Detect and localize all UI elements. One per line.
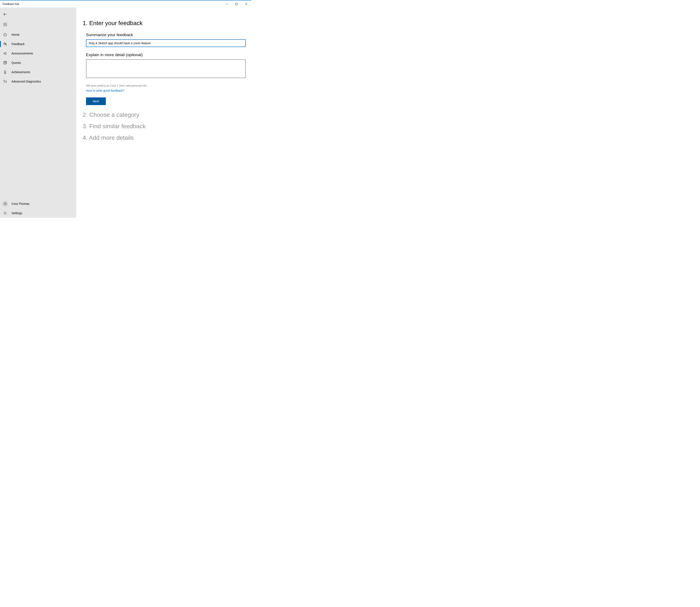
back-button[interactable] <box>0 9 10 19</box>
sidebar-item-home[interactable]: Home <box>0 30 76 39</box>
maximize-button[interactable] <box>232 0 241 7</box>
hamburger-button[interactable] <box>0 19 10 29</box>
step-2-title: 2. Choose a category <box>83 111 245 118</box>
home-icon <box>3 33 7 37</box>
detail-label: Explain in more detail (optional) <box>86 53 245 57</box>
svg-point-14 <box>4 81 4 81</box>
sidebar-item-feedback[interactable]: Feedback <box>0 39 76 49</box>
svg-point-19 <box>5 213 6 214</box>
back-arrow-icon <box>3 12 7 16</box>
svg-point-13 <box>4 70 6 72</box>
sidebar-item-achievements[interactable]: Achievements <box>0 67 76 77</box>
summary-field-group: Summarize your feedback <box>83 33 245 47</box>
svg-point-9 <box>5 43 6 44</box>
sidebar-item-label: Advanced Diagnostics <box>12 80 41 83</box>
summary-input[interactable] <box>86 39 246 47</box>
post-publicly-hint: Will post publicly as Cora T. Don't add … <box>83 84 245 87</box>
sidebar-item-label: Settings <box>12 211 22 215</box>
maximize-icon <box>236 3 238 5</box>
hamburger-icon <box>3 23 7 26</box>
sidebar-item-announcements[interactable]: Announcements <box>0 49 76 58</box>
sidebar: Home Feedback Announcements <box>0 7 76 218</box>
title-bar: Feedback Hub <box>0 0 251 7</box>
sidebar-item-label: Quests <box>12 61 21 64</box>
window-controls <box>222 0 251 7</box>
detail-textarea[interactable] <box>86 59 246 78</box>
svg-rect-10 <box>4 62 6 64</box>
main-content: 1. Enter your feedback Summarize your fe… <box>76 7 251 218</box>
av<i>avatar</i>-icon <box>2 201 8 207</box>
sidebar-item-label: Feedback <box>12 42 24 46</box>
summary-label: Summarize your feedback <box>86 33 245 37</box>
svg-point-16 <box>5 203 6 204</box>
sidebar-item-quests[interactable]: Quests <box>0 58 76 67</box>
sidebar-item-user[interactable]: Cora Thomas <box>0 199 76 208</box>
step-4-title: 4. Add more details <box>83 134 245 141</box>
minimize-icon <box>226 3 228 5</box>
close-icon <box>245 3 247 5</box>
svg-rect-1 <box>236 3 238 5</box>
sidebar-item-label: Announcements <box>12 52 33 55</box>
user-name: Cora Thomas <box>12 202 29 206</box>
gear-icon <box>3 211 7 215</box>
help-link[interactable]: How to write good feedback? <box>83 89 124 92</box>
megaphone-icon <box>3 51 7 56</box>
ribbon-icon <box>3 70 7 74</box>
detail-field-group: Explain in more detail (optional) <box>83 53 245 79</box>
next-button[interactable]: Next <box>86 98 106 105</box>
close-button[interactable] <box>241 0 251 7</box>
sidebar-item-settings[interactable]: Settings <box>0 208 76 218</box>
feedback-icon <box>3 42 7 46</box>
minimize-button[interactable] <box>222 0 232 7</box>
sidebar-item-advanced-diagnostics[interactable]: Advanced Diagnostics <box>0 77 76 86</box>
svg-point-15 <box>6 81 6 82</box>
step-3-title: 3. Find similar feedback <box>83 123 245 130</box>
svg-point-8 <box>4 43 5 44</box>
step-1-title: 1. Enter your feedback <box>83 20 245 26</box>
tools-icon <box>3 79 7 84</box>
sidebar-item-label: Home <box>12 33 19 36</box>
sidebar-item-label: Achievements <box>12 70 30 74</box>
window-title: Feedback Hub <box>3 3 222 5</box>
person-icon <box>4 202 6 205</box>
quests-icon <box>3 61 7 65</box>
